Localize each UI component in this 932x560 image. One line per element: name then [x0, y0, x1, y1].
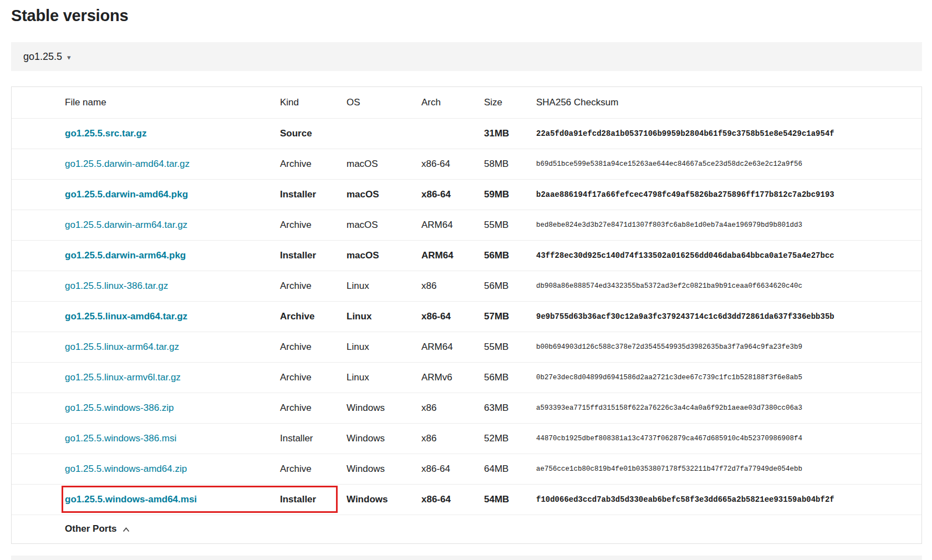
sha256-cell: b2aae886194f17a66fefcec4798fc49af5826ba2… — [536, 179, 921, 210]
arch-cell: ARM64 — [421, 210, 484, 240]
size-cell: 57MB — [484, 301, 536, 332]
collapsed-section-header-partial[interactable] — [11, 556, 922, 560]
header-os: OS — [347, 87, 421, 118]
arch-cell: x86-64 — [421, 484, 484, 515]
size-cell: 55MB — [484, 332, 536, 362]
row-spacer — [12, 240, 65, 271]
row-spacer — [12, 210, 65, 240]
table-row: go1.25.5.linux-armv6l.tar.gz Archive Lin… — [12, 362, 921, 393]
sha256-cell: b00b694903d126c588c378e72d3545549935d398… — [536, 332, 921, 362]
sha256-cell: b69d51bce599e5381a94ce15263ae644ec84667a… — [536, 149, 921, 179]
kind-cell: Installer — [280, 423, 347, 454]
size-cell: 55MB — [484, 210, 536, 240]
table-row: go1.25.5.darwin-amd64.tar.gz Archive mac… — [12, 149, 921, 179]
size-cell: 58MB — [484, 149, 536, 179]
table-row: go1.25.5.darwin-arm64.tar.gz Archive mac… — [12, 210, 921, 240]
table-row: go1.25.5.linux-arm64.tar.gz Archive Linu… — [12, 332, 921, 362]
size-cell: 59MB — [484, 179, 536, 210]
arch-cell: x86 — [421, 393, 484, 423]
os-cell — [347, 118, 421, 149]
kind-cell: Installer — [280, 484, 347, 515]
sha256-cell: a593393ea7715ffd315158f622a76226c3a4c4a0… — [536, 393, 921, 423]
file-link[interactable]: go1.25.5.windows-amd64.msi — [65, 494, 197, 505]
file-link[interactable]: go1.25.5.darwin-arm64.pkg — [65, 250, 186, 261]
sha256-cell: bed8ebe824e3d3b27e8471d1307f803fc6ab8e1d… — [536, 210, 921, 240]
go-downloads-page: { "page": { "title": "Stable versions" }… — [0, 0, 932, 560]
size-cell: 56MB — [484, 362, 536, 393]
row-spacer — [12, 179, 65, 210]
table-row: go1.25.5.darwin-amd64.pkg Installer macO… — [12, 179, 921, 210]
kind-cell: Archive — [280, 454, 347, 484]
file-link[interactable]: go1.25.5.src.tar.gz — [65, 128, 146, 139]
row-spacer — [12, 271, 65, 301]
file-link[interactable]: go1.25.5.windows-386.msi — [65, 433, 176, 444]
file-link[interactable]: go1.25.5.linux-386.tar.gz — [65, 281, 168, 291]
file-link[interactable]: go1.25.5.linux-arm64.tar.gz — [65, 342, 179, 352]
arch-cell: x86 — [421, 423, 484, 454]
file-link[interactable]: go1.25.5.linux-amd64.tar.gz — [65, 311, 187, 322]
sha256-cell: ae756cce1cb80c819b4fe01b0353807178f53221… — [536, 454, 921, 484]
page-title: Stable versions — [11, 7, 128, 25]
arch-cell: ARM64 — [421, 332, 484, 362]
file-link[interactable]: go1.25.5.linux-armv6l.tar.gz — [65, 372, 181, 383]
row-spacer — [12, 484, 65, 515]
table-row: go1.25.5.windows-386.msi Installer Windo… — [12, 423, 921, 454]
kind-cell: Archive — [280, 210, 347, 240]
file-link[interactable]: go1.25.5.darwin-arm64.tar.gz — [65, 220, 187, 230]
caret-down-icon: ▾ — [67, 53, 71, 62]
arch-cell: x86-64 — [421, 179, 484, 210]
sha256-cell: 0b27e3dec8d04899d6941586d2aa2721c3dee67c… — [536, 362, 921, 393]
row-spacer — [12, 332, 65, 362]
sha256-cell: 22a5fd0a91efcd28a1b0537106b9959b2804b61f… — [536, 118, 921, 149]
header-arch: Arch — [421, 87, 484, 118]
table-row: go1.25.5.windows-386.zip Archive Windows… — [12, 393, 921, 423]
sha256-cell: f10d066ed3ccd7ab3d5d330eab6befc58f3e3dd6… — [536, 484, 921, 515]
kind-cell: Archive — [280, 301, 347, 332]
kind-cell: Archive — [280, 393, 347, 423]
size-cell: 52MB — [484, 423, 536, 454]
arch-cell: x86 — [421, 271, 484, 301]
downloads-table: File name Kind OS Arch Size SHA256 Check… — [12, 87, 921, 543]
os-cell: Linux — [347, 332, 421, 362]
other-ports-row: Other Ports — [12, 515, 921, 543]
row-spacer — [12, 149, 65, 179]
file-link[interactable]: go1.25.5.windows-amd64.zip — [65, 464, 187, 474]
header-sha256: SHA256 Checksum — [536, 87, 921, 118]
arch-cell: x86-64 — [421, 301, 484, 332]
os-cell: macOS — [347, 210, 421, 240]
os-cell: Windows — [347, 454, 421, 484]
kind-cell: Archive — [280, 149, 347, 179]
arch-cell — [421, 118, 484, 149]
size-cell: 56MB — [484, 271, 536, 301]
os-cell: Linux — [347, 301, 421, 332]
sha256-cell: 9e9b755d63b36acf30c12a9a3fc379243714c1c6… — [536, 301, 921, 332]
kind-cell: Installer — [280, 240, 347, 271]
arch-cell: x86-64 — [421, 454, 484, 484]
file-link[interactable]: go1.25.5.windows-386.zip — [65, 403, 174, 413]
row-spacer — [12, 118, 65, 149]
header-file-name: File name — [65, 87, 280, 118]
chevron-up-icon — [123, 527, 130, 532]
sha256-cell: 43ff28ec30d925c140d74f133502a016256dd046… — [536, 240, 921, 271]
table-row: go1.25.5.linux-386.tar.gz Archive Linux … — [12, 271, 921, 301]
table-row: go1.25.5.windows-amd64.msi Installer Win… — [12, 484, 921, 515]
kind-cell: Archive — [280, 362, 347, 393]
kind-cell: Source — [280, 118, 347, 149]
table-row: go1.25.5.windows-amd64.zip Archive Windo… — [12, 454, 921, 484]
row-spacer — [12, 362, 65, 393]
row-spacer — [12, 393, 65, 423]
downloads-table-card: File name Kind OS Arch Size SHA256 Check… — [11, 86, 922, 544]
table-row: go1.25.5.darwin-arm64.pkg Installer macO… — [12, 240, 921, 271]
os-cell: Windows — [347, 393, 421, 423]
header-kind: Kind — [280, 87, 347, 118]
os-cell: Linux — [347, 271, 421, 301]
table-row: go1.25.5.src.tar.gz Source 31MB 22a5fd0a… — [12, 118, 921, 149]
file-link[interactable]: go1.25.5.darwin-amd64.tar.gz — [65, 159, 190, 169]
os-cell: Windows — [347, 423, 421, 454]
file-link[interactable]: go1.25.5.darwin-amd64.pkg — [65, 189, 188, 200]
os-cell: Linux — [347, 362, 421, 393]
other-ports-toggle[interactable]: Other Ports — [65, 523, 130, 534]
footer-spacer — [12, 515, 65, 543]
version-accordion-toggle[interactable]: go1.25.5 ▾ — [11, 42, 922, 71]
kind-cell: Archive — [280, 332, 347, 362]
